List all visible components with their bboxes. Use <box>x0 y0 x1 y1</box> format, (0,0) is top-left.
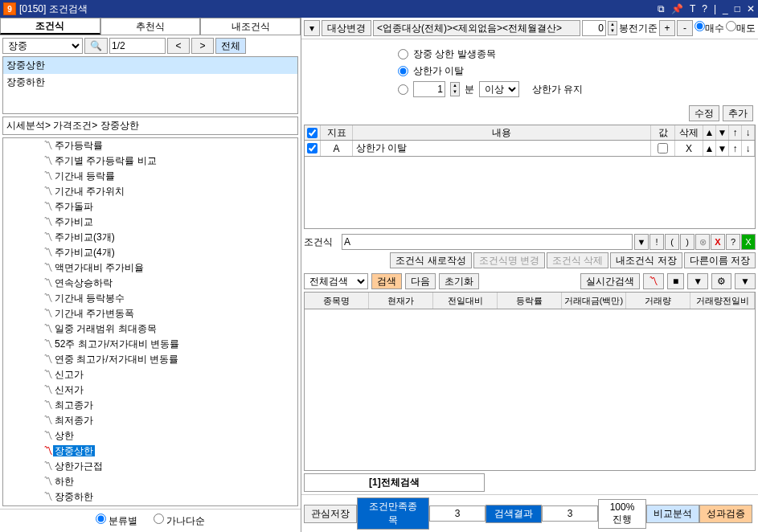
cond-r2[interactable] <box>398 66 408 76</box>
formula-input[interactable] <box>342 234 633 250</box>
formula-new-btn[interactable]: 조건식 새로작성 <box>390 252 471 268</box>
result-col[interactable]: 등락률 <box>498 293 562 309</box>
cond-r3-spinner[interactable]: ▲▼ <box>450 82 460 96</box>
search-next-btn[interactable]: 다음 <box>405 273 436 289</box>
formula-not[interactable]: ! <box>649 234 664 250</box>
tree-node-6[interactable]: 〽주가비교(3개) <box>3 230 297 245</box>
tree-node-2[interactable]: 〽기간내 등락률 <box>3 169 297 184</box>
result-col[interactable]: 거래대금(백만) <box>562 293 626 309</box>
add-btn[interactable]: 추가 <box>723 105 753 121</box>
tree-node-21[interactable]: 〽상한가근접 <box>3 459 297 474</box>
buy-radio[interactable]: 매수 <box>694 21 724 35</box>
chart-icon-btn[interactable]: 〽 <box>643 273 664 289</box>
plus-btn[interactable]: + <box>659 20 675 36</box>
cond-r1[interactable] <box>398 49 408 59</box>
tree-node-9[interactable]: 〽연속상승하락 <box>3 276 297 291</box>
formula-rename-btn[interactable]: 조건식명 변경 <box>473 252 545 268</box>
page-input[interactable] <box>109 38 166 54</box>
formula-clear[interactable]: X <box>711 234 725 250</box>
maximize-icon[interactable]: □ <box>735 3 740 14</box>
shortlist-item-0[interactable]: 장중상한 <box>3 57 297 74</box>
sell-radio[interactable]: 매도 <box>726 21 756 35</box>
row-a-check[interactable] <box>307 143 318 153</box>
formula-delete-btn[interactable]: 조건식 삭제 <box>547 252 608 268</box>
result-col[interactable]: 전일대비 <box>433 293 498 309</box>
offset-input[interactable] <box>582 20 606 36</box>
all-btn[interactable]: 전체 <box>215 38 246 54</box>
tree-node-7[interactable]: 〽주가비교(4개) <box>3 245 297 260</box>
tree-node-17[interactable]: 〽최고종가 <box>3 398 297 413</box>
gh-up[interactable]: ▲ <box>703 125 716 140</box>
tree-node-10[interactable]: 〽기간내 등락봉수 <box>3 291 297 306</box>
gh-bot[interactable]: ↓ <box>742 125 755 140</box>
formula-save-my-btn[interactable]: 내조건식 저장 <box>610 252 682 268</box>
grid-check-all[interactable] <box>307 128 318 138</box>
tree-node-11[interactable]: 〽기간내 주가변동폭 <box>3 306 297 321</box>
tree-node-18[interactable]: 〽최저종가 <box>3 413 297 428</box>
tree-node-16[interactable]: 〽신저가 <box>3 383 297 398</box>
edit-btn[interactable]: 수정 <box>689 105 719 121</box>
dropdown3-btn[interactable]: ▼ <box>735 273 756 289</box>
result-body[interactable] <box>304 309 756 471</box>
cond-r3-num[interactable] <box>413 81 445 97</box>
save-watchlist-btn[interactable]: 관심저장 <box>304 505 357 523</box>
result-col[interactable]: 종목명 <box>305 293 369 309</box>
tree-node-3[interactable]: 〽기간내 주가위치 <box>3 184 297 199</box>
formula-dropdown[interactable]: ▼ <box>634 234 649 250</box>
close-icon[interactable]: ✕ <box>747 3 755 14</box>
tree-node-23[interactable]: 〽장중하한 <box>3 489 297 505</box>
gh-down[interactable]: ▼ <box>716 125 729 140</box>
tree-node-15[interactable]: 〽신고가 <box>3 367 297 383</box>
tree-node-20[interactable]: 〽장중상한 <box>3 444 297 459</box>
stop-icon-btn[interactable]: ■ <box>667 273 684 289</box>
formula-rparen[interactable]: ) <box>680 234 694 250</box>
formula-excel-icon[interactable]: X <box>741 234 756 250</box>
tree-node-8[interactable]: 〽액면가대비 주가비율 <box>3 260 297 276</box>
tree-node-22[interactable]: 〽하한 <box>3 474 297 489</box>
text-icon[interactable]: T <box>690 3 695 14</box>
tree-node-13[interactable]: 〽52주 최고가/저가대비 변동률 <box>3 337 297 352</box>
next-btn[interactable]: > <box>191 38 214 54</box>
dropdown-icon[interactable]: ▾ <box>304 20 320 36</box>
offset-spinner[interactable]: ▲▼ <box>608 21 617 35</box>
row-a-del[interactable]: X <box>675 141 703 156</box>
row-a-down[interactable]: ▼ <box>716 141 729 156</box>
row-a-top[interactable]: ↑ <box>729 141 742 156</box>
sort-category[interactable]: 분류별 <box>96 514 137 528</box>
tab-recommend[interactable]: 추천식 <box>100 18 201 35</box>
sort-alpha[interactable]: 가나다순 <box>154 514 205 528</box>
condition-tree[interactable]: 〽주가등락률〽주기별 주가등락률 비교〽기간내 등락률〽기간내 주가위치〽주가돌… <box>2 137 298 506</box>
cond-r3-select[interactable]: 이상 <box>479 81 519 97</box>
tree-node-0[interactable]: 〽주가등락률 <box>3 138 297 153</box>
tab-condition[interactable]: 조건식 <box>0 18 100 35</box>
compare-btn[interactable]: 비교분석 <box>646 505 699 523</box>
tree-node-19[interactable]: 〽상한 <box>3 428 297 444</box>
search-reset-btn[interactable]: 초기화 <box>439 273 479 289</box>
tree-node-12[interactable]: 〽일중 거래범위 최대종목 <box>3 321 297 337</box>
formula-saveas-btn[interactable]: 다른이름 저장 <box>684 252 756 268</box>
help-icon[interactable]: ? <box>702 3 707 14</box>
result-col[interactable]: 현재가 <box>369 293 433 309</box>
tree-node-4[interactable]: 〽주가돌파 <box>3 199 297 215</box>
tree-node-5[interactable]: 〽주가비교 <box>3 215 297 230</box>
bottom-tab-1[interactable]: [1]전체검색 <box>304 473 485 492</box>
dropdown2-btn[interactable]: ▼ <box>687 273 708 289</box>
result-col[interactable]: 거래량 <box>626 293 690 309</box>
prev-btn[interactable]: < <box>167 38 190 54</box>
pin-icon[interactable]: 📌 <box>671 3 683 14</box>
result-col[interactable]: 거래량전일비 <box>690 293 755 309</box>
realtime-search-btn[interactable]: 실시간검색 <box>580 273 640 289</box>
row-a-val-check[interactable] <box>658 143 668 153</box>
shortlist-item-1[interactable]: 장중하한 <box>3 74 297 91</box>
gh-top[interactable]: ↑ <box>729 125 742 140</box>
minus-btn[interactable]: - <box>677 20 693 36</box>
row-a-up[interactable]: ▲ <box>703 141 716 156</box>
tree-node-1[interactable]: 〽주기별 주가등락률 비교 <box>3 153 297 169</box>
verify-btn[interactable]: 성과검증 <box>699 505 752 523</box>
period-select[interactable]: 장중 <box>2 38 83 54</box>
search-scope-select[interactable]: 전체검색 <box>304 273 368 289</box>
layout-icon[interactable]: ⧉ <box>658 3 665 14</box>
search-icon-btn[interactable]: 🔍 <box>84 38 108 54</box>
formula-lparen[interactable]: ( <box>665 234 679 250</box>
row-a-bot[interactable]: ↓ <box>742 141 755 156</box>
